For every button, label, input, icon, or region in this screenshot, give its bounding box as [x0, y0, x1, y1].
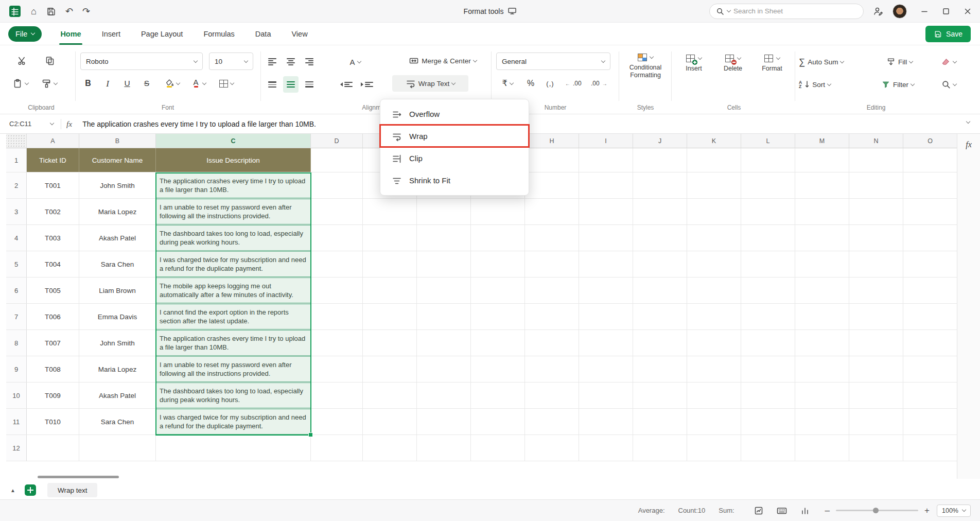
empty-cells[interactable] [311, 304, 957, 329]
text-orientation-button[interactable]: A [344, 54, 366, 70]
formula-input[interactable]: The application crashes every time I try… [82, 120, 316, 128]
fill-handle[interactable] [308, 432, 313, 437]
cell-a1[interactable]: Ticket ID [27, 148, 79, 172]
column-header-b[interactable]: B [79, 134, 156, 148]
empty-cells[interactable] [311, 225, 957, 251]
align-center-button[interactable] [283, 54, 299, 70]
cell-a4[interactable]: T003 [27, 225, 79, 251]
fill-color-button[interactable] [161, 75, 183, 92]
filter-button[interactable]: Filter [881, 76, 914, 93]
comma-style-button[interactable]: (,) [542, 75, 558, 92]
cell-a11[interactable]: T010 [27, 409, 79, 435]
cell-b6[interactable]: Liam Brown [79, 277, 156, 303]
row-header-12[interactable]: 12 [6, 435, 27, 461]
cell-a12[interactable] [27, 435, 79, 461]
undo-icon[interactable]: ↶ [65, 7, 73, 16]
name-box[interactable]: C2:C11 [7, 120, 56, 128]
zoom-in-button[interactable]: + [924, 506, 930, 515]
maximize-button[interactable] [942, 7, 950, 15]
home-icon[interactable]: ⌂ [31, 7, 37, 16]
cell-a10[interactable]: T009 [27, 383, 79, 408]
empty-cells[interactable] [311, 435, 957, 461]
fx-side-panel[interactable]: fx [957, 134, 980, 479]
column-header-c[interactable]: C [156, 134, 311, 148]
minimize-button[interactable] [920, 7, 929, 15]
empty-cells[interactable] [311, 409, 957, 435]
cell-c7[interactable]: I cannot find the export option in the r… [156, 304, 311, 329]
cut-button[interactable] [14, 53, 30, 69]
empty-cells[interactable] [311, 277, 957, 303]
fill-button[interactable]: Fill [886, 54, 913, 70]
cell-c9[interactable]: I am unable to reset my password even af… [156, 356, 311, 382]
row-header-2[interactable]: 2 [6, 172, 27, 198]
cell-b11[interactable]: Sara Chen [79, 409, 156, 435]
cell-a8[interactable]: T007 [27, 330, 79, 356]
row-header-9[interactable]: 9 [6, 356, 27, 382]
user-avatar[interactable] [892, 4, 907, 19]
row-header-5[interactable]: 5 [6, 251, 27, 277]
decrease-decimal-button[interactable]: .00→ [591, 75, 607, 92]
format-cells-button[interactable]: Format [754, 55, 791, 72]
empty-cells[interactable] [311, 356, 957, 382]
bold-button[interactable]: B [80, 75, 96, 92]
underline-button[interactable]: U [119, 75, 135, 92]
row-header-1[interactable]: 1 [6, 148, 27, 172]
file-menu-button[interactable]: File [8, 26, 42, 42]
tab-home[interactable]: Home [59, 23, 82, 45]
align-middle-button[interactable] [283, 76, 299, 93]
menu-item-clip[interactable]: Clip [380, 147, 529, 169]
column-header-n[interactable]: N [849, 134, 903, 148]
selection-stats-icon[interactable] [754, 506, 763, 515]
zoom-slider[interactable] [836, 510, 918, 511]
cell-c10[interactable]: The dashboard takes too long to load, es… [156, 383, 311, 408]
save-button[interactable]: Save [925, 26, 971, 42]
close-button[interactable] [964, 7, 972, 15]
cell-c12[interactable] [156, 435, 311, 461]
merge-center-button[interactable]: Merge & Center [397, 53, 488, 69]
cell-c4[interactable]: The dashboard takes too long to load, es… [156, 225, 311, 251]
cell-a5[interactable]: T004 [27, 251, 79, 277]
cell-b2[interactable]: John Smith [79, 172, 156, 198]
currency-button[interactable]: ₹ [496, 75, 519, 92]
increase-decimal-button[interactable]: ←.00 [565, 75, 582, 92]
font-color-button[interactable]: A [187, 75, 210, 92]
auto-sum-button[interactable]: ∑ Auto Sum [799, 54, 844, 70]
cell-c6[interactable]: The mobile app keeps logging me out auto… [156, 277, 311, 303]
font-size-select[interactable]: 10 [209, 53, 253, 70]
row-header-6[interactable]: 6 [6, 277, 27, 303]
row-header-11[interactable]: 11 [6, 409, 27, 435]
increase-indent-button[interactable] [359, 76, 375, 93]
cell-a3[interactable]: T002 [27, 199, 79, 224]
empty-cells[interactable] [311, 251, 957, 277]
column-header-j[interactable]: J [633, 134, 687, 148]
cell-b12[interactable] [79, 435, 156, 461]
empty-cells[interactable] [311, 383, 957, 408]
save-icon[interactable] [46, 6, 56, 16]
cell-b8[interactable]: John Smith [79, 330, 156, 356]
sort-button[interactable]: AZ Sort [799, 76, 831, 93]
copy-button[interactable] [42, 53, 58, 69]
sheet-tab-active[interactable]: Wrap text [47, 483, 98, 497]
cell-b1[interactable]: Customer Name [79, 148, 156, 172]
decrease-indent-button[interactable] [339, 76, 354, 93]
tab-insert[interactable]: Insert [101, 23, 121, 45]
insert-cells-button[interactable]: Insert [675, 55, 712, 72]
redo-icon[interactable]: ↷ [82, 7, 90, 16]
row-header-7[interactable]: 7 [6, 304, 27, 329]
empty-cells[interactable] [311, 199, 957, 224]
search-scope-chevron-icon[interactable] [727, 8, 731, 12]
column-header-l[interactable]: L [741, 134, 795, 148]
cell-b3[interactable]: Maria Lopez [79, 199, 156, 224]
row-header-4[interactable]: 4 [6, 225, 27, 251]
number-format-select[interactable]: General [496, 53, 610, 70]
cell-c8[interactable]: The application crashes every time I try… [156, 330, 311, 356]
cell-c11[interactable]: I was charged twice for my subscription … [156, 409, 311, 435]
conditional-formatting-button[interactable]: Conditional Formatting [627, 54, 664, 79]
row-header-8[interactable]: 8 [6, 330, 27, 356]
column-header-i[interactable]: I [579, 134, 633, 148]
cell-b9[interactable]: Maria Lopez [79, 356, 156, 382]
find-button[interactable] [941, 76, 956, 93]
menu-item-shrink-to-fit[interactable]: Shrink to Fit [380, 169, 529, 192]
cell-c1[interactable]: Issue Description [156, 148, 311, 172]
menu-item-overflow[interactable]: Overflow [380, 103, 529, 125]
